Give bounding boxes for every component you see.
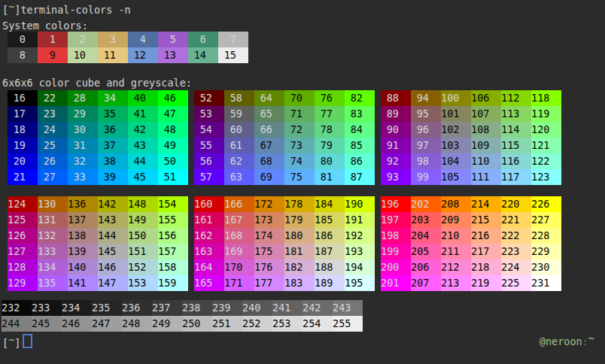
color-swatch-225: 225 bbox=[501, 275, 531, 291]
color-swatch-175: 175 bbox=[254, 244, 284, 259]
color-swatch-7: 7 bbox=[218, 32, 248, 47]
cube-label: 6x6x6 color cube and greyscale: bbox=[2, 75, 192, 91]
color-swatch-252: 252 bbox=[242, 316, 272, 332]
color-swatch-230: 230 bbox=[531, 259, 561, 275]
color-swatch-152: 152 bbox=[128, 259, 158, 275]
cube-block-row: 128134140146152158 bbox=[8, 259, 188, 275]
color-swatch-126: 126 bbox=[8, 228, 38, 244]
color-swatch-107: 107 bbox=[471, 106, 501, 122]
color-swatch-124: 124 bbox=[8, 196, 38, 212]
color-swatch-170: 170 bbox=[224, 259, 254, 275]
color-swatch-171: 171 bbox=[224, 275, 254, 291]
color-swatch-146: 146 bbox=[98, 259, 128, 275]
color-swatch-6: 6 bbox=[188, 32, 218, 47]
cube-block-row: 525864707682 bbox=[194, 90, 375, 106]
color-swatch-25: 25 bbox=[38, 138, 68, 153]
color-swatch-3: 3 bbox=[98, 32, 128, 47]
color-swatch-213: 213 bbox=[441, 275, 471, 291]
prompt-tilde: ~ bbox=[8, 1, 14, 13]
cube-block-3: 8894100106112118899510110711311990961021… bbox=[381, 90, 561, 185]
color-swatch-240: 240 bbox=[242, 300, 272, 316]
color-swatch-39: 39 bbox=[98, 169, 128, 185]
color-swatch-125: 125 bbox=[8, 212, 38, 228]
color-swatch-16: 16 bbox=[8, 90, 38, 106]
bottom-prompt-bracket-open: [ bbox=[2, 337, 8, 349]
cube-block-row: 202632384450 bbox=[8, 153, 188, 169]
color-swatch-29: 29 bbox=[68, 106, 98, 122]
cube-block-row: 198204210216222228 bbox=[381, 228, 561, 244]
color-swatch-78: 78 bbox=[315, 122, 345, 138]
color-swatch-185: 185 bbox=[315, 212, 345, 228]
color-swatch-106: 106 bbox=[471, 90, 501, 106]
color-swatch-47: 47 bbox=[158, 106, 188, 122]
color-swatch-222: 222 bbox=[501, 228, 531, 244]
color-swatch-173: 173 bbox=[254, 212, 284, 228]
color-swatch-66: 66 bbox=[254, 122, 284, 138]
color-swatch-122: 122 bbox=[531, 153, 561, 169]
color-swatch-164: 164 bbox=[194, 259, 224, 275]
color-swatch-244: 244 bbox=[2, 316, 32, 332]
color-swatch-150: 150 bbox=[128, 228, 158, 244]
color-swatch-194: 194 bbox=[345, 259, 375, 275]
color-swatch-196: 196 bbox=[381, 196, 411, 212]
color-swatch-116: 116 bbox=[501, 153, 531, 169]
color-swatch-208: 208 bbox=[441, 196, 471, 212]
status-user: @neroon bbox=[540, 335, 582, 347]
color-swatch-70: 70 bbox=[284, 90, 315, 106]
color-swatch-212: 212 bbox=[441, 259, 471, 275]
terminal-window[interactable]: [~]terminal-colors -n System colors: 012… bbox=[0, 0, 605, 364]
color-swatch-44: 44 bbox=[128, 153, 158, 169]
color-swatch-74: 74 bbox=[284, 153, 315, 169]
color-swatch-129: 129 bbox=[8, 275, 38, 291]
color-swatch-5: 5 bbox=[158, 32, 188, 47]
color-swatch-32: 32 bbox=[68, 153, 98, 169]
color-swatch-61: 61 bbox=[224, 138, 254, 153]
color-swatch-110: 110 bbox=[471, 153, 501, 169]
color-swatch-48: 48 bbox=[158, 122, 188, 138]
color-swatch-65: 65 bbox=[254, 106, 284, 122]
color-swatch-219: 219 bbox=[471, 275, 501, 291]
color-swatch-169: 169 bbox=[224, 244, 254, 259]
color-swatch-168: 168 bbox=[224, 228, 254, 244]
cube-block-row: 556167737985 bbox=[194, 138, 375, 153]
color-swatch-190: 190 bbox=[345, 196, 375, 212]
color-swatch-115: 115 bbox=[501, 138, 531, 153]
color-swatch-253: 253 bbox=[272, 316, 302, 332]
color-swatch-76: 76 bbox=[315, 90, 345, 106]
color-swatch-56: 56 bbox=[194, 153, 224, 169]
color-swatch-179: 179 bbox=[284, 212, 315, 228]
color-swatch-86: 86 bbox=[345, 153, 375, 169]
color-swatch-54: 54 bbox=[194, 122, 224, 138]
color-swatch-226: 226 bbox=[531, 196, 561, 212]
cube-block-row: 196202208214220226 bbox=[381, 196, 561, 212]
color-swatch-180: 180 bbox=[284, 228, 315, 244]
color-swatch-178: 178 bbox=[284, 196, 315, 212]
color-swatch-111: 111 bbox=[471, 169, 501, 185]
color-swatch-131: 131 bbox=[38, 212, 68, 228]
cube-block-row: 201207213219225231 bbox=[381, 275, 561, 291]
color-swatch-103: 103 bbox=[441, 138, 471, 153]
color-swatch-33: 33 bbox=[68, 169, 98, 185]
color-swatch-12: 12 bbox=[128, 47, 158, 63]
color-swatch-147: 147 bbox=[98, 275, 128, 291]
color-swatch-160: 160 bbox=[194, 196, 224, 212]
color-swatch-245: 245 bbox=[32, 316, 62, 332]
color-swatch-119: 119 bbox=[531, 106, 561, 122]
color-swatch-112: 112 bbox=[501, 90, 531, 106]
cube-block-row: 165171177183189195 bbox=[194, 275, 375, 291]
color-swatch-149: 149 bbox=[128, 212, 158, 228]
color-swatch-89: 89 bbox=[381, 106, 411, 122]
color-swatch-187: 187 bbox=[315, 244, 345, 259]
color-swatch-19: 19 bbox=[8, 138, 38, 153]
color-swatch-67: 67 bbox=[254, 138, 284, 153]
color-swatch-247: 247 bbox=[92, 316, 122, 332]
color-swatch-133: 133 bbox=[38, 244, 68, 259]
color-swatch-154: 154 bbox=[158, 196, 188, 212]
color-swatch-239: 239 bbox=[212, 300, 242, 316]
color-swatch-18: 18 bbox=[8, 122, 38, 138]
status-colon: : bbox=[582, 335, 588, 347]
color-swatch-176: 176 bbox=[254, 259, 284, 275]
color-swatch-145: 145 bbox=[98, 244, 128, 259]
color-swatch-21: 21 bbox=[8, 169, 38, 185]
color-swatch-11: 11 bbox=[98, 47, 128, 63]
